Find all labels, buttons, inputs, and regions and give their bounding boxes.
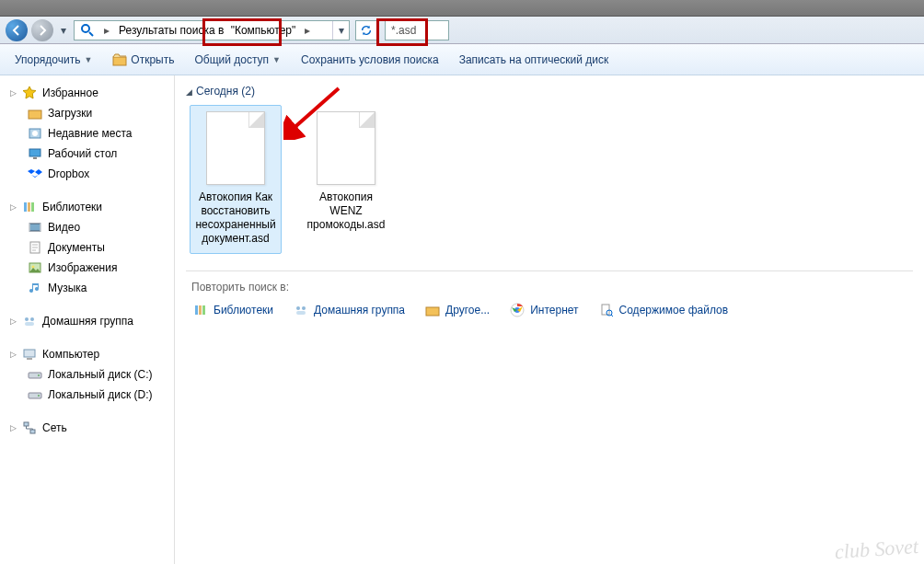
sidebar-computer-label: Компьютер <box>42 348 99 361</box>
sidebar-item-music[interactable]: Музыка <box>0 278 174 298</box>
drive-icon <box>28 387 42 402</box>
sidebar-favorites-label: Избранное <box>42 86 98 99</box>
refresh-icon <box>360 24 373 37</box>
sidebar-network-label: Сеть <box>42 421 67 434</box>
repeat-link-file-contents[interactable]: Содержимое файлов <box>599 303 729 317</box>
svg-rect-1 <box>113 57 126 65</box>
expand-icon: ▷ <box>9 202 17 212</box>
sidebar-item-drive-c[interactable]: Локальный диск (C:) <box>0 364 174 385</box>
music-icon <box>28 281 42 295</box>
link-label: Домашняя группа <box>314 304 405 317</box>
sidebar-item-label: Локальный диск (D:) <box>48 388 153 401</box>
arrow-left-icon <box>11 25 22 36</box>
svg-rect-26 <box>199 305 202 315</box>
computer-icon <box>22 347 37 362</box>
homegroup-icon <box>22 314 37 328</box>
group-label: Сегодня (2) <box>196 85 255 98</box>
repeat-link-other[interactable]: Другое... <box>425 303 490 317</box>
svg-rect-10 <box>29 224 40 231</box>
sidebar-computer[interactable]: ▷ Компьютер <box>0 344 174 364</box>
sidebar-network[interactable]: ▷ Сеть <box>0 418 174 438</box>
svg-point-29 <box>302 306 306 310</box>
sidebar-item-desktop[interactable]: Рабочий стол <box>0 144 174 164</box>
nav-history-dropdown[interactable]: ▾ <box>57 20 70 40</box>
chevron-right-icon: ▸ <box>301 24 314 37</box>
search-input[interactable]: *.asd <box>385 20 449 40</box>
sidebar-homegroup-label: Домашняя группа <box>42 315 133 328</box>
sidebar-item-label: Изображения <box>48 261 117 274</box>
folder-icon <box>425 303 440 317</box>
share-label: Общий доступ <box>194 53 269 66</box>
nav-back-button[interactable] <box>6 19 28 41</box>
svg-point-4 <box>32 131 38 136</box>
open-icon <box>112 52 127 67</box>
folder-icon <box>28 106 42 121</box>
libraries-icon <box>193 303 208 317</box>
sidebar-item-label: Музыка <box>48 282 87 294</box>
svg-rect-7 <box>24 202 27 212</box>
refresh-button[interactable] <box>355 20 377 40</box>
chevron-right-icon: ▸ <box>100 24 113 37</box>
sidebar-item-pictures[interactable]: Изображения <box>0 258 174 278</box>
svg-rect-25 <box>195 305 198 315</box>
sidebar-item-video[interactable]: Видео <box>0 217 174 237</box>
sidebar-item-documents[interactable]: Документы <box>0 237 174 258</box>
nav-forward-button[interactable] <box>31 19 53 41</box>
burn-button[interactable]: Записать на оптический диск <box>452 50 617 70</box>
save-search-button[interactable]: Сохранить условия поиска <box>294 50 446 70</box>
window-titlebar <box>0 0 924 17</box>
file-name: Автокопия Как восстановить несохраненный… <box>194 190 277 246</box>
file-icon <box>317 111 375 185</box>
sidebar-item-dropbox[interactable]: Dropbox <box>0 164 174 184</box>
sidebar-homegroup[interactable]: ▷ Домашняя группа <box>0 311 174 331</box>
sidebar-favorites[interactable]: ▷ Избранное <box>0 83 174 103</box>
repeat-link-internet[interactable]: Интернет <box>510 303 578 317</box>
search-query-text: *.asd <box>391 24 416 37</box>
link-label: Другое... <box>445 304 490 317</box>
share-button[interactable]: Общий доступ▼ <box>187 50 288 70</box>
burn-label: Записать на оптический диск <box>459 53 609 66</box>
open-button[interactable]: Открыть <box>105 49 181 71</box>
group-header[interactable]: ◢Сегодня (2) <box>179 83 920 105</box>
organize-button[interactable]: Упорядочить▼ <box>7 50 99 70</box>
sidebar-item-downloads[interactable]: Загрузки <box>0 103 174 123</box>
organize-label: Упорядочить <box>15 53 80 66</box>
link-label: Библиотеки <box>214 304 273 317</box>
pictures-icon <box>28 260 42 275</box>
breadcrumb-dropdown[interactable]: ▾ <box>332 21 349 40</box>
chrome-icon <box>510 303 525 317</box>
collapse-icon: ◢ <box>186 87 192 97</box>
nav-pane: ▷ Избранное Загрузки Недавние места Рабо… <box>0 75 175 564</box>
svg-rect-24 <box>30 430 35 433</box>
open-label: Открыть <box>131 53 174 66</box>
sidebar-item-drive-d[interactable]: Локальный диск (D:) <box>0 385 174 405</box>
breadcrumb-prefix: Результаты поиска в <box>119 24 224 37</box>
repeat-link-libraries[interactable]: Библиотеки <box>193 303 273 317</box>
sidebar-item-label: Документы <box>48 241 105 254</box>
sidebar-item-recent[interactable]: Недавние места <box>0 123 174 144</box>
recent-icon <box>28 126 42 141</box>
breadcrumb[interactable]: ▸ Результаты поиска в "Компьютер" ▸ ▾ <box>74 20 350 40</box>
sidebar-libraries[interactable]: ▷ Библиотеки <box>0 197 174 217</box>
sidebar-item-label: Загрузки <box>48 107 92 120</box>
file-item[interactable]: Автокопия WENZ промокоды.asd <box>300 105 392 254</box>
sidebar-item-label: Dropbox <box>48 167 89 180</box>
svg-rect-18 <box>27 358 32 360</box>
arrow-right-icon <box>37 25 48 36</box>
content-pane: ◢Сегодня (2) Автокопия Как восстановить … <box>175 75 924 564</box>
sidebar-item-label: Видео <box>48 221 80 234</box>
file-name: Автокопия WENZ промокоды.asd <box>305 190 387 232</box>
file-item[interactable]: Автокопия Как восстановить несохраненный… <box>190 105 282 254</box>
breadcrumb-label[interactable]: Результаты поиска в "Компьютер" <box>113 21 301 40</box>
command-bar: Упорядочить▼ Открыть Общий доступ▼ Сохра… <box>0 44 924 75</box>
file-search-icon <box>599 303 614 317</box>
repeat-link-homegroup[interactable]: Домашняя группа <box>294 303 405 317</box>
link-label: Интернет <box>530 304 578 317</box>
expand-icon: ▷ <box>9 88 17 98</box>
sidebar-item-label: Локальный диск (C:) <box>48 368 153 381</box>
svg-rect-34 <box>602 305 609 315</box>
expand-icon: ▷ <box>9 350 17 359</box>
svg-rect-2 <box>29 110 41 119</box>
star-icon <box>22 86 37 100</box>
drive-icon <box>28 367 42 382</box>
